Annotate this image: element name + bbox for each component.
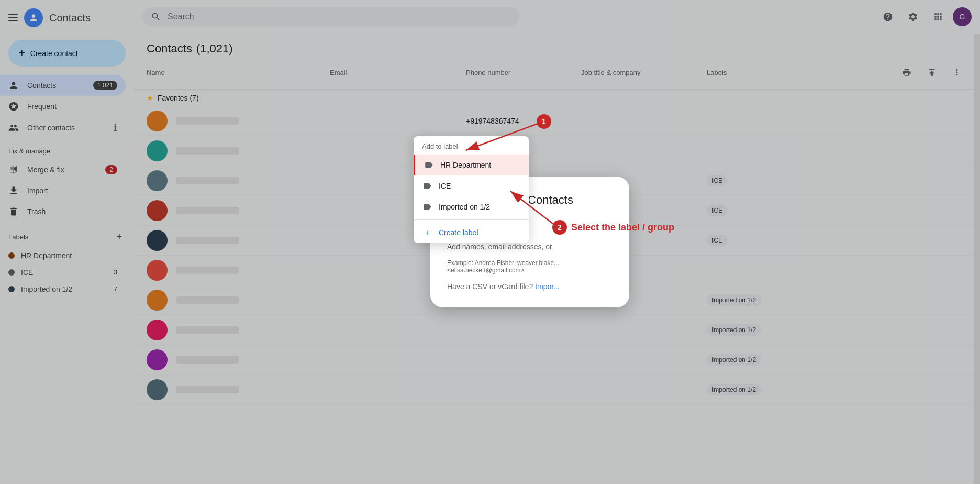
dropdown-item-ice[interactable]: ICE xyxy=(414,175,529,196)
dialog-csv: Have a CSV or vCard file? Impor... xyxy=(447,282,612,291)
label-dropdown: Add to label HR Department ICE Imported … xyxy=(414,136,529,243)
imported-label: Imported on 1/2 xyxy=(439,203,490,211)
dropdown-create-label[interactable]: + Create label xyxy=(414,222,529,243)
imported-icon xyxy=(422,202,432,212)
create-label-text: Create label xyxy=(439,228,478,237)
dialog-example: Example: Andrea Fisher, weaver.blake...<… xyxy=(447,259,612,274)
hr-department-icon xyxy=(424,160,434,170)
ice-label: ICE xyxy=(439,182,451,190)
dropdown-divider xyxy=(414,219,529,220)
dropdown-item-hr[interactable]: HR Department xyxy=(414,155,529,175)
dropdown-item-imported[interactable]: Imported on 1/2 xyxy=(414,196,529,217)
create-label-icon: + xyxy=(422,227,432,238)
dropdown-header: Add to label xyxy=(414,136,529,155)
hr-department-label: HR Department xyxy=(440,161,491,169)
ice-icon xyxy=(422,181,432,191)
import-link[interactable]: Impor... xyxy=(535,282,560,291)
dialog-description: Add names, email addresses, or xyxy=(447,243,612,251)
